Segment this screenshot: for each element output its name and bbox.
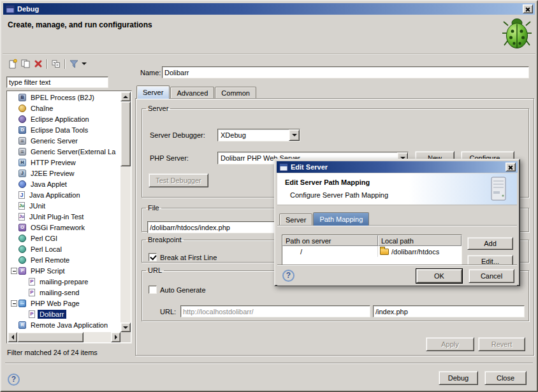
close-button[interactable]: Close [484, 371, 527, 385]
collapse-all-icon[interactable] [50, 58, 62, 70]
tree-item-label: Remote Java Application [29, 321, 110, 330]
server-debugger-select[interactable]: XDebug [217, 129, 300, 142]
mapping-table-row[interactable]: //dolibarr/htdocs [282, 246, 462, 257]
chevron-down-icon[interactable] [289, 129, 300, 141]
tree-item-mailing-send[interactable]: mailing-send [8, 287, 120, 298]
tree-item-junit[interactable]: JUnit [8, 200, 120, 211]
tree-item-generic-server[interactable]: Generic Server [8, 135, 120, 146]
duplicate-configuration-icon[interactable] [19, 58, 32, 70]
scroll-left-icon[interactable] [8, 332, 17, 342]
debug-button[interactable]: Debug [439, 371, 478, 385]
dialog-title-bar[interactable]: Edit Server [277, 161, 518, 173]
dialog-tab-path-mapping[interactable]: Path Mapping [313, 212, 369, 226]
tree-item-perl-local[interactable]: Perl Local [8, 243, 120, 254]
dialog-help-icon[interactable]: ? [282, 270, 294, 282]
dialog-header-title: Edit Server Path Mapping [285, 178, 370, 186]
cancel-button[interactable]: Cancel [469, 269, 514, 283]
configurations-treebox: BPEL Process (B2J)ChaîneEclipse Applicat… [6, 91, 132, 344]
tree-item-perl-cgi[interactable]: Perl CGI [8, 233, 120, 243]
tree-item-label: Perl Local [29, 245, 64, 254]
url-base-input[interactable] [180, 305, 370, 317]
config-tree: BPEL Process (B2J)ChaîneEclipse Applicat… [8, 92, 120, 332]
generic-server-icon [18, 148, 26, 156]
tree-item-http-preview[interactable]: HTTP Preview [8, 157, 120, 168]
scroll-up-icon[interactable] [120, 92, 131, 101]
tree-item-generic-server-external-la[interactable]: Generic Server(External La [8, 146, 120, 157]
configurations-panel: BPEL Process (B2J)ChaîneEclipse Applicat… [6, 57, 132, 344]
path-mapping-panel: Path on server Local path //dolibarr/htd… [277, 225, 517, 265]
horizontal-scroll-thumb[interactable] [17, 332, 84, 342]
tree-item-bpel-process-b2j[interactable]: BPEL Process (B2J) [8, 92, 120, 103]
window-title: Debug [17, 5, 39, 13]
add-mapping-button[interactable]: Add [467, 237, 513, 250]
tree-expander-icon[interactable] [10, 299, 18, 307]
filter-input[interactable] [6, 76, 108, 88]
dialog-title: Edit Server [291, 163, 328, 171]
dialog-close-icon[interactable] [505, 163, 516, 171]
filter-icon[interactable] [68, 58, 80, 70]
tree-item-perl-remote[interactable]: Perl Remote [8, 254, 120, 265]
filter-menu-dropdown-icon[interactable] [80, 58, 88, 70]
vertical-scroll-thumb[interactable] [120, 101, 131, 166]
tree-item-mailing-prepare[interactable]: mailing-prepare [8, 276, 120, 287]
tree-item-cha-ne[interactable]: Chaîne [8, 103, 120, 113]
test-debugger-button[interactable]: Test Debugger [149, 173, 208, 187]
tree-item-remote-java-application[interactable]: Remote Java Application [8, 319, 120, 330]
tree-item-osgi-framework[interactable]: OSGi Framework [8, 222, 120, 233]
url-path-input[interactable] [373, 305, 525, 317]
tree-expander-spacer [10, 180, 18, 188]
tree-item-label: Java Applet [29, 180, 69, 189]
bpel-process-icon [18, 94, 26, 101]
dialog-tab-server[interactable]: Server [279, 214, 312, 225]
path-on-server-column-header[interactable]: Path on server [282, 235, 378, 246]
tree-item-label: Perl Remote [29, 256, 71, 265]
tree-item-eclipse-data-tools[interactable]: Eclipse Data Tools [8, 124, 120, 135]
break-at-first-line-checkbox[interactable] [149, 253, 157, 261]
tab-advanced[interactable]: Advanced [170, 87, 214, 98]
edit-mapping-button[interactable]: Edit... [467, 255, 513, 265]
tree-item-java-applet[interactable]: Java Applet [8, 178, 120, 189]
dialog-tab-bar: Server Path Mapping [279, 212, 370, 226]
php-file-icon [29, 289, 35, 296]
tree-item-junit-plug-in-test[interactable]: JUnit Plug-in Test [8, 211, 120, 222]
tree-item-label: PHP Web Page [29, 299, 82, 308]
tree-item-dolibarr[interactable]: Dolibarr [8, 309, 120, 319]
tree-item-label: Generic Server(External La [29, 147, 117, 156]
scrollbar-corner [120, 332, 131, 342]
tree-expander-spacer [20, 288, 28, 296]
horizontal-scrollbar[interactable] [8, 332, 120, 342]
file-group-legend: File [146, 204, 161, 212]
junit-icon [18, 202, 25, 210]
close-window-icon[interactable] [523, 4, 533, 13]
vertical-scrollbar[interactable] [120, 92, 131, 332]
tree-item-label: OSGi Framework [29, 223, 87, 232]
page-title: Create, manage, and run configurations [8, 20, 152, 29]
help-icon[interactable]: ? [8, 374, 20, 386]
name-input[interactable] [162, 66, 529, 78]
delete-configuration-icon[interactable] [32, 58, 45, 70]
tree-item-java-application[interactable]: Java Application [8, 189, 120, 200]
tree-expander-spacer [10, 169, 18, 177]
tree-item-j2ee-preview[interactable]: J2EE Preview [8, 168, 120, 178]
java-applet-icon [18, 180, 26, 188]
apply-button[interactable]: Apply [426, 337, 474, 351]
ok-button[interactable]: OK [416, 269, 462, 283]
tree-expander-spacer [10, 256, 18, 264]
tab-common[interactable]: Common [215, 87, 256, 98]
tree-item-eclipse-application[interactable]: Eclipse Application [8, 113, 120, 124]
title-bar[interactable]: Debug [3, 3, 535, 15]
tree-item-php-web-page[interactable]: PHP Web Page [8, 298, 120, 309]
mapping-table-rows: //dolibarr/htdocs [282, 246, 462, 257]
scroll-down-icon[interactable] [120, 323, 131, 332]
tab-server[interactable]: Server [136, 85, 170, 99]
tree-expander-icon[interactable] [10, 266, 18, 275]
debug-configurations-window: Debug Create, manage, and run configurat… [0, 0, 538, 392]
local-path-column-header[interactable]: Local path [378, 235, 462, 246]
tree-item-label: HTTP Preview [29, 158, 78, 167]
scroll-right-icon[interactable] [111, 332, 120, 342]
tree-expander-spacer [10, 321, 18, 329]
auto-generate-checkbox[interactable] [149, 286, 157, 294]
revert-button[interactable]: Revert [478, 337, 525, 351]
tree-item-php-script[interactable]: PHP Script [8, 265, 120, 276]
new-configuration-icon[interactable] [6, 58, 19, 70]
